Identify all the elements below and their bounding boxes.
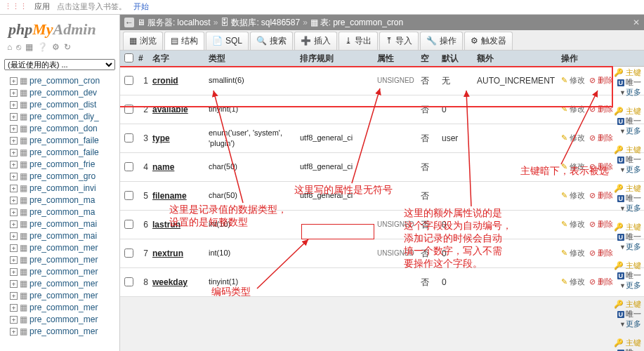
edit-link[interactable]: ✎ 修改	[561, 277, 585, 287]
tree-item[interactable]: +▦pre_common_faile	[3, 147, 119, 159]
tree-item[interactable]: +▦pre_common_mer	[3, 278, 119, 290]
expand-icon[interactable]: +	[10, 89, 18, 97]
edit-link[interactable]: ✎ 修改	[561, 104, 585, 114]
row-checkbox[interactable]	[124, 133, 133, 143]
expand-icon[interactable]: +	[10, 268, 18, 276]
tree-item[interactable]: +▦pre_common_diy_	[3, 111, 119, 123]
expand-icon[interactable]: +	[10, 328, 18, 336]
primary-key-link[interactable]: 🔑 主键	[613, 106, 641, 116]
tree-item-label[interactable]: pre_common_don	[29, 123, 98, 135]
primary-key-link[interactable]: 🔑 主键	[613, 222, 641, 232]
column-name[interactable]: lastrun	[152, 219, 209, 231]
tree-item-label[interactable]: pre_common_mer	[29, 314, 98, 326]
tree-item-label[interactable]: pre_common_mer	[29, 326, 98, 338]
unique-link[interactable]: U唯一	[613, 232, 641, 241]
tree-item[interactable]: +▦pre_common_ma	[3, 206, 119, 218]
breadcrumb-db[interactable]: sql486587	[261, 17, 300, 29]
tree-item[interactable]: +▦pre_common_mai	[3, 230, 119, 242]
tree-item-label[interactable]: pre_common_diy_	[29, 111, 99, 123]
tab-浏览[interactable]: ▦浏览	[123, 32, 163, 50]
header-extra[interactable]: 额外	[477, 53, 561, 65]
row-checkbox[interactable]	[124, 191, 133, 200]
select-all-checkbox[interactable]	[124, 53, 133, 62]
tree-item-label[interactable]: pre_common_mer	[29, 290, 98, 302]
primary-key-link[interactable]: 🔑 主键	[613, 145, 641, 154]
column-name[interactable]: cronid	[152, 75, 209, 87]
edit-link[interactable]: ✎ 修改	[561, 161, 585, 172]
recent-tables-select[interactable]: (最近使用的表) ...	[4, 59, 115, 70]
expand-icon[interactable]: +	[10, 125, 18, 133]
expand-icon[interactable]: +	[10, 304, 18, 312]
expand-icon[interactable]: +	[10, 316, 18, 324]
tab-导入[interactable]: ⤒导入	[379, 32, 419, 50]
row-checkbox[interactable]	[124, 105, 133, 114]
tree-item[interactable]: +▦pre_common_cron	[3, 75, 119, 87]
column-name[interactable]: name	[152, 161, 209, 173]
delete-link[interactable]: ⊘ 删除	[589, 161, 613, 172]
tree-item-label[interactable]: pre_common_frie	[29, 159, 95, 171]
header-default[interactable]: 默认	[442, 53, 477, 65]
tab-插入[interactable]: ➕插入	[294, 32, 337, 50]
row-checkbox[interactable]	[124, 220, 133, 229]
tree-item[interactable]: +▦pre_common_mer	[3, 302, 119, 314]
edit-link[interactable]: ✎ 修改	[561, 219, 585, 230]
unique-link[interactable]: U唯一	[613, 77, 641, 87]
tab-结构[interactable]: ▤结构	[164, 32, 204, 50]
header-attr[interactable]: 属性	[377, 53, 421, 65]
header-type[interactable]: 类型	[209, 53, 300, 65]
tab-操作[interactable]: 🔧操作	[420, 32, 463, 50]
delete-link[interactable]: ⊘ 删除	[589, 219, 613, 230]
tree-item-label[interactable]: pre_common_dist	[29, 99, 96, 111]
more-link[interactable]: ▼更多	[613, 280, 641, 291]
edit-link[interactable]: ✎ 修改	[561, 75, 585, 86]
tree-item-label[interactable]: pre_common_gro	[29, 171, 96, 183]
edit-link[interactable]: ✎ 修改	[561, 248, 585, 258]
primary-key-link[interactable]: 🔑 主键	[613, 67, 641, 77]
tree-item-label[interactable]: pre_common_faile	[29, 135, 99, 147]
tree-item[interactable]: +▦pre_common_mer	[3, 314, 119, 326]
breadcrumb-server[interactable]: localhost	[177, 17, 210, 29]
tree-item-label[interactable]: pre_common_mer	[29, 266, 98, 278]
tree-item-label[interactable]: pre_common_ma	[29, 194, 95, 206]
apps-label[interactable]: 应用	[34, 1, 50, 12]
row-checkbox[interactable]	[124, 277, 133, 286]
more-link[interactable]: ▼更多	[613, 126, 641, 136]
unique-link[interactable]: U唯一	[613, 116, 641, 126]
column-name[interactable]: nextrun	[152, 248, 209, 260]
expand-icon[interactable]: +	[10, 292, 18, 300]
tree-item[interactable]: +▦pre_common_mer	[3, 242, 119, 254]
expand-icon[interactable]: +	[10, 173, 18, 180]
reload-icon[interactable]: ↻	[64, 41, 71, 53]
tree-item-label[interactable]: pre_common_ma	[29, 206, 95, 218]
tree-item[interactable]: +▦pre_common_mer	[3, 266, 119, 278]
logo[interactable]: phpMyAdmin	[0, 15, 119, 40]
tree-item-label[interactable]: pre_common_dev	[29, 87, 97, 99]
delete-link[interactable]: ⊘ 删除	[589, 133, 613, 143]
tree-item[interactable]: +▦pre_common_mer	[3, 290, 119, 302]
expand-icon[interactable]: +	[10, 232, 18, 240]
unique-link[interactable]: U唯一	[613, 193, 641, 203]
tree-item-label[interactable]: pre_common_cron	[29, 75, 100, 87]
more-link[interactable]: ▼更多	[613, 319, 641, 329]
delete-link[interactable]: ⊘ 删除	[589, 190, 613, 201]
tab-导出[interactable]: ⤓导出	[339, 32, 378, 50]
tree-item-label[interactable]: pre_common_invi	[29, 183, 96, 194]
unique-link[interactable]: U唯一	[613, 154, 641, 164]
tree-item[interactable]: +▦pre_common_mai	[3, 218, 119, 230]
row-checkbox[interactable]	[124, 162, 133, 171]
expand-icon[interactable]: +	[10, 137, 18, 145]
close-icon[interactable]: ✕	[633, 17, 640, 29]
edit-link[interactable]: ✎ 修改	[561, 133, 585, 143]
expand-icon[interactable]: +	[10, 149, 18, 157]
primary-key-link[interactable]: 🔑 主键	[613, 260, 641, 270]
tree-item-label[interactable]: pre_common_mer	[29, 278, 98, 290]
column-name[interactable]: available	[152, 104, 209, 116]
settings-icon[interactable]: ⚙	[52, 41, 60, 53]
expand-icon[interactable]: +	[10, 208, 18, 216]
expand-icon[interactable]: +	[10, 197, 18, 204]
expand-icon[interactable]: +	[10, 220, 18, 228]
delete-link[interactable]: ⊘ 删除	[589, 104, 613, 114]
tree-item-label[interactable]: pre_common_mai	[29, 230, 97, 242]
tree-item[interactable]: +▦pre_common_faile	[3, 135, 119, 147]
tab-搜索[interactable]: 🔍搜索	[250, 32, 293, 50]
